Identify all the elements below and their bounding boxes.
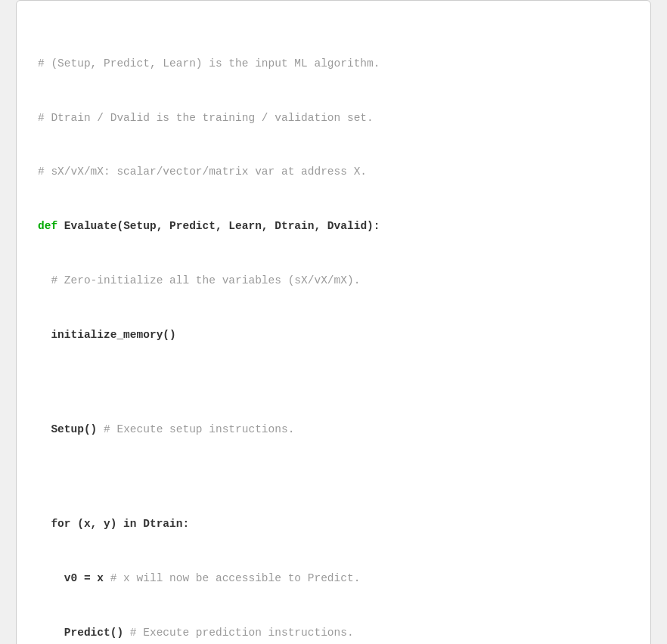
v0-assign: v0 = x — [38, 572, 104, 584]
keyword-def: def — [38, 220, 64, 232]
line-def: def Evaluate(Setup, Predict, Learn, Dtra… — [38, 218, 629, 236]
comment-2: # Dtrain / Dvalid is the training / vali… — [38, 112, 374, 124]
line-setup: Setup() # Execute setup instructions. — [38, 421, 629, 439]
line-predict-call: Predict() # Execute prediction instructi… — [38, 624, 629, 642]
line-for-dtrain: for (x, y) in Dtrain: — [38, 516, 629, 534]
spacer-1 — [38, 380, 629, 385]
line-v0-x: v0 = x # x will now be accessible to Pre… — [38, 570, 629, 588]
line-init-memory: initialize_memory() — [38, 327, 629, 345]
spacer-2 — [38, 475, 629, 480]
for-dtrain: for (x, y) in Dtrain: — [38, 518, 189, 530]
init-memory-call: initialize_memory() — [38, 329, 176, 341]
comment-setup: # Execute setup instructions. — [97, 423, 294, 435]
code-block: # (Setup, Predict, Learn) is the input M… — [38, 19, 629, 644]
comment-predict: # Execute prediction instructions. — [123, 627, 354, 639]
predict-call: Predict() — [38, 627, 123, 639]
comment-v0: # x will now be accessible to Predict. — [104, 572, 360, 584]
comment-3: # sX/vX/mX: scalar/vector/matrix var at … — [38, 166, 367, 178]
setup-call: Setup() — [38, 423, 97, 435]
line-1: # (Setup, Predict, Learn) is the input M… — [38, 55, 629, 73]
line-2: # Dtrain / Dvalid is the training / vali… — [38, 110, 629, 128]
line-3: # sX/vX/mX: scalar/vector/matrix var at … — [38, 163, 629, 181]
code-container: # (Setup, Predict, Learn) is the input M… — [16, 0, 651, 644]
def-signature: Evaluate(Setup, Predict, Learn, Dtrain, … — [64, 220, 380, 232]
comment-1: # (Setup, Predict, Learn) is the input M… — [38, 57, 380, 70]
line-comment-zero: # Zero-initialize all the variables (sX/… — [38, 272, 629, 290]
comment-zero-init: # Zero-initialize all the variables (sX/… — [38, 274, 360, 286]
